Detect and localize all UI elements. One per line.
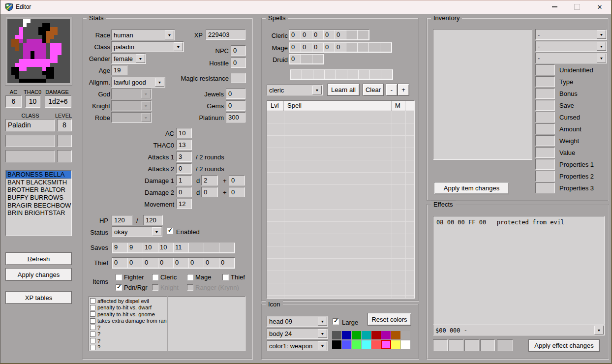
platinum-field[interactable]: 300 [226, 112, 245, 122]
class3-value[interactable] [5, 150, 55, 162]
slot-cell[interactable]: 10 [158, 243, 173, 252]
jewels-field[interactable]: 0 [226, 89, 245, 99]
thief-checkbox[interactable] [222, 274, 229, 280]
spell-type-select[interactable]: cleric [267, 85, 323, 95]
age-field[interactable]: 19 [111, 65, 127, 75]
slot-cell[interactable]: 0 [204, 258, 219, 268]
damage-value[interactable]: 1d2+6 [45, 95, 71, 108]
character-list-item[interactable]: BUFFY BURROWS [6, 194, 71, 202]
slot-cell[interactable] [302, 70, 313, 79]
color-swatch[interactable] [391, 331, 400, 339]
large-checkbox[interactable] [333, 318, 339, 325]
slot-cell[interactable] [381, 70, 392, 79]
slot-cell[interactable] [291, 70, 302, 79]
alignment-select[interactable]: lawful good [111, 77, 165, 88]
close-button[interactable]: ✕ [588, 0, 611, 13]
flag-row[interactable]: ? [89, 324, 167, 331]
item-slot-select-2[interactable]: - [535, 41, 607, 52]
slot-cell[interactable] [336, 70, 347, 79]
cursed-field[interactable] [535, 112, 555, 122]
flag-checkbox[interactable] [90, 305, 95, 310]
learn-all-button[interactable]: Learn all [327, 84, 360, 96]
enabled-checkbox[interactable] [167, 228, 173, 234]
class-name-value[interactable]: Paladin [5, 119, 55, 131]
attacks1-field[interactable]: 3 [176, 152, 192, 162]
slot-cell[interactable]: 0 [324, 30, 335, 39]
slot-cell[interactable]: 0 [174, 258, 188, 268]
level3-value[interactable] [57, 150, 72, 162]
slot-cell[interactable] [346, 43, 357, 52]
slot-cell[interactable]: 11 [174, 243, 188, 252]
slot-cell[interactable] [204, 243, 219, 252]
flag-checkbox[interactable] [90, 325, 95, 330]
slot-cell[interactable]: 0 [301, 43, 312, 52]
dropdown-arrow-icon[interactable] [136, 54, 145, 63]
movement-field[interactable]: 12 [176, 199, 192, 209]
slot-cell[interactable] [189, 243, 204, 252]
value-field[interactable] [535, 147, 555, 158]
slot-cell[interactable] [380, 43, 391, 52]
color-swatch[interactable] [362, 331, 371, 339]
flag-row[interactable]: affected by dispel evil [89, 298, 167, 304]
slot-cell[interactable]: 0 [128, 258, 143, 268]
fighter-checkbox[interactable] [116, 274, 122, 280]
knight-checkbox[interactable] [152, 284, 158, 291]
gems-field[interactable]: 0 [226, 100, 245, 111]
spell-minus-button[interactable]: - [386, 84, 398, 96]
class2-value[interactable] [5, 135, 55, 147]
pdn-rgr-checkbox[interactable] [116, 284, 122, 291]
item-usable-option[interactable]: Fighter [116, 273, 152, 281]
character-list-item[interactable]: BRIN BRIGHTSTAR [6, 209, 71, 217]
dropdown-arrow-icon[interactable] [152, 227, 161, 236]
effects-list[interactable]: 08 00 00 FF 00 protected from evil [433, 216, 605, 325]
slot-cell[interactable]: 9 [113, 243, 127, 252]
item-usable-option[interactable]: Knight [152, 284, 187, 291]
dropdown-arrow-icon[interactable] [318, 317, 327, 326]
color-swatch[interactable] [342, 331, 351, 339]
apply-changes-button[interactable]: Apply changes [5, 268, 72, 281]
slot-cell[interactable] [369, 43, 380, 52]
spell-table[interactable]: Lvl Spell M [267, 100, 415, 299]
reset-colors-button[interactable]: Reset colors [367, 313, 411, 326]
slot-cell[interactable] [312, 55, 323, 63]
damage2-n-field[interactable]: 0 [176, 187, 192, 197]
damage2-bonus-field[interactable]: 0 [229, 187, 245, 197]
status-select[interactable]: okay [112, 226, 162, 237]
color-swatch[interactable] [371, 340, 381, 349]
effect-byte-field-1[interactable] [433, 339, 448, 351]
color-swatch[interactable] [352, 331, 361, 339]
item-usable-option[interactable]: Mage [187, 273, 222, 281]
color-swatch[interactable] [381, 340, 391, 349]
flag-checkbox[interactable] [90, 338, 95, 343]
color-swatch[interactable] [352, 340, 361, 349]
slot-cell[interactable] [358, 30, 368, 39]
dropdown-arrow-icon[interactable] [155, 78, 164, 87]
slot-cell[interactable]: 9 [128, 243, 143, 252]
inventory-list[interactable] [433, 29, 532, 160]
color-swatch[interactable] [332, 331, 341, 339]
xp-field[interactable]: 229403 [206, 30, 245, 40]
save-field[interactable] [535, 100, 555, 111]
slot-cell[interactable] [346, 30, 357, 39]
hostile-field[interactable]: 0 [231, 58, 246, 68]
slot-cell[interactable]: 0 [290, 43, 301, 52]
hp-max-field[interactable]: 120 [143, 215, 163, 225]
item-usable-option[interactable]: Thief [222, 273, 261, 281]
dropdown-arrow-icon[interactable] [597, 30, 606, 39]
item-slot-select-1[interactable]: - [535, 29, 607, 40]
slot-cell[interactable]: 0 [290, 30, 301, 39]
spell-col-name[interactable]: Spell [284, 101, 392, 111]
spell-plus-button[interactable]: + [398, 84, 409, 96]
unidentified-field[interactable] [535, 64, 555, 75]
flag-checkbox[interactable] [90, 332, 95, 337]
xp-tables-button[interactable]: XP tables [5, 291, 72, 304]
apply-effect-changes-button[interactable]: Apply effect changes [528, 339, 600, 352]
hp-current-field[interactable]: 120 [112, 215, 132, 225]
gender-select[interactable]: female [111, 53, 146, 64]
effect-byte-field-2[interactable] [449, 339, 463, 351]
clear-button[interactable]: Clear [363, 84, 384, 96]
damage1-bonus-field[interactable]: 0 [229, 175, 245, 185]
apply-item-changes-button[interactable]: Apply item changes [434, 182, 509, 194]
properties-1-field[interactable] [535, 159, 555, 170]
slot-cell[interactable]: 0 [290, 55, 301, 63]
